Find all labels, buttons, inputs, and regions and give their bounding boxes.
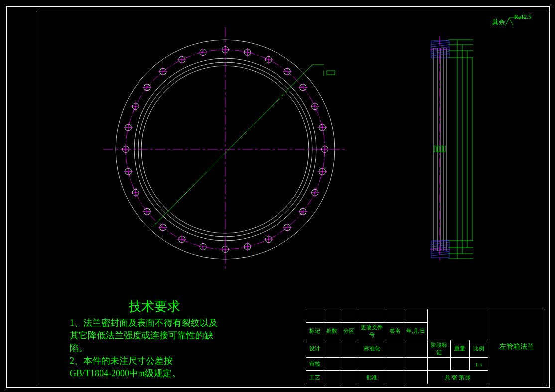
svg-rect-121 bbox=[440, 146, 442, 152]
svg-rect-119 bbox=[434, 146, 436, 152]
svg-line-116 bbox=[432, 254, 449, 256]
tech-req-line2: 其它降低法兰强度或连接可靠性的缺 bbox=[70, 329, 239, 342]
svg-line-101 bbox=[432, 40, 449, 42]
svg-rect-122 bbox=[443, 146, 445, 152]
tech-req-line4: 2、本件的未注尺寸公差按 bbox=[70, 355, 239, 367]
svg-line-115 bbox=[432, 252, 449, 254]
tech-req-line1: 1、法兰密封面及表面不得有裂纹以及 bbox=[70, 317, 239, 329]
svg-rect-120 bbox=[437, 146, 439, 152]
tech-req-line3: 陷。 bbox=[70, 342, 239, 354]
title-block: 左管箱法兰 标记处数分区 更改文件号签名年,月,日 设计 标准化 阶段标记 重量… bbox=[306, 309, 545, 384]
tech-req-body: 1、法兰密封面及表面不得有裂纹以及 其它降低法兰强度或连接可靠性的缺 陷。 2、… bbox=[70, 317, 239, 380]
part-name-cell: 左管箱法兰 bbox=[488, 309, 545, 384]
tech-req-line5: GB/T1804-2000中m级规定。 bbox=[70, 367, 239, 380]
tech-req-title: 技术要求 bbox=[129, 298, 180, 315]
svg-line-103 bbox=[432, 45, 449, 47]
svg-line-102 bbox=[432, 43, 449, 45]
